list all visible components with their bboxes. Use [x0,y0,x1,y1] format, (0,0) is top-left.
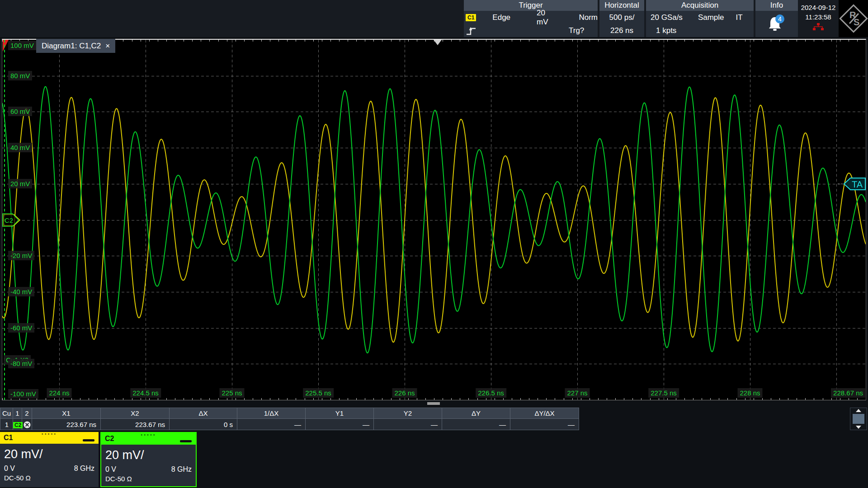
scroll-down-icon[interactable] [856,426,861,429]
channel-c1-offset: 0 V [4,465,15,473]
network-icon [812,23,824,31]
tab-close-icon[interactable]: × [105,42,110,51]
y-axis-label: 100 mV [8,41,36,50]
channel-c2-scale: 20 mV/ [105,448,196,462]
info-section[interactable]: Info 4 [755,0,798,37]
acquisition-interpolation: IT [736,13,743,22]
trigger-section[interactable]: Trigger C1 Edge 20 mV Norm Trg? [464,0,598,37]
trigger-section-title: Trigger [464,0,598,11]
cursor-results-table: Cu 1 2 X1 X2 ΔX 1/ΔX Y1 Y2 ΔY ΔY/ΔX 1 C2… [0,408,579,430]
trigger-level-flag[interactable]: TA [838,176,866,192]
diagram-tab-label: Diagram1: C1,C2 [42,42,101,51]
table-scrollbar[interactable] [850,408,867,430]
horizontal-position: 226 ns [610,26,633,35]
cursor-disable-icon[interactable] [22,419,32,430]
cursor-invdx-value: — [237,419,306,430]
svg-text:S: S [854,17,859,27]
cursor-table-header-row: Cu 1 2 X1 X2 ΔX 1/ΔX Y1 Y2 ΔY ΔY/ΔX [0,408,579,419]
cursor-dydx-value: — [510,419,579,430]
cursor-source-badge[interactable]: C2 [13,422,23,428]
trigger-type: Edge [492,13,510,22]
svg-text:TA: TA [852,179,863,189]
x-axis-label: 227.5 ns [648,388,679,398]
channel-c2-coupling: DC-50 Ω [105,475,192,483]
trigger-state: Trg? [569,26,584,35]
x-axis-label: 228.67 ns [831,388,865,398]
y-axis-label: 60 mV [8,107,32,116]
acquisition-section-title: Acquisition [646,0,754,11]
cursor-y1-value: — [306,419,374,430]
x-axis-label: 227 ns [565,388,590,398]
cursor-x2-value: 223.67 ns [101,419,170,430]
channel-box-c1[interactable]: C1 ••••• 20 mV/ 0 V 8 GHz DC-50 Ω [0,432,99,487]
channel-c2-offset: 0 V [105,465,116,474]
trigger-source-badge: C1 [466,14,476,21]
y-axis-label: -100 mV [8,389,38,399]
scroll-thumb[interactable] [853,414,864,424]
info-badge: 4 [775,14,784,23]
waveform-canvas[interactable] [2,40,866,400]
y-axis-label: 20 mV [8,179,32,188]
drag-handle-dots[interactable]: ••••• [141,433,156,436]
x-axis-label: 225 ns [220,388,245,398]
cursor-index: 1 [0,419,13,430]
y-axis-label: -80 mV [8,359,34,368]
info-section-title: Info [755,0,798,11]
acquisition-sample-rate: 20 GSa/s [651,13,683,22]
clock-section[interactable]: 2024-09-12 11:23:58 [798,0,839,37]
y-axis-label: -40 mV [8,287,34,296]
svg-text:C2: C2 [5,216,13,224]
cursor-dy-value: — [442,419,510,430]
rising-edge-icon [466,25,477,36]
x-axis-label: 228 ns [738,388,763,398]
x-axis-label: 224 ns [47,388,72,398]
minimize-handle[interactable] [180,440,192,442]
cursor-table-value-row[interactable]: 1 C2 223.67 ns 223.67 ns 0 s — — — — — [0,419,579,430]
horizontal-section-title: Horizontal [599,0,644,11]
horizontal-scroll-thumb[interactable] [427,402,440,405]
drag-handle-dots[interactable]: ••••• [42,432,57,435]
channel-box-c2[interactable]: C2 ••••• 20 mV/ 0 V 8 GHz DC-50 Ω [100,432,197,487]
logo-box: R S [839,0,868,37]
rs-logo-icon: R S [839,0,868,37]
cursor-y2-value: — [374,419,442,430]
channel-c2-header[interactable]: C2 ••••• [101,433,196,445]
channel-c2-name: C2 [105,435,114,443]
y-axis-label: 40 mV [8,143,32,152]
scroll-up-icon[interactable] [856,409,861,412]
diagram-tab[interactable]: Diagram1: C1,C2 × [36,39,115,53]
trigger-mode: Norm [579,13,598,22]
trigger-position-marker[interactable] [434,40,442,45]
horizontal-section[interactable]: Horizontal 500 ps/ 226 ns [599,0,644,37]
channel-offset-markers[interactable]: C2 [2,212,26,228]
channel-c1-header[interactable]: C1 ••••• [0,432,99,444]
channel-c1-name: C1 [4,434,13,442]
waveform-diagram[interactable]: C2 TA Cu1,X2 100 mV80 mV60 mV40 mV20 mV-… [2,39,866,400]
acquisition-mode: Sample [698,13,724,22]
minimize-handle[interactable] [83,439,94,441]
date-label: 2024-09-12 [798,4,839,11]
time-label: 11:23:58 [798,13,839,21]
x-axis-label: 226.5 ns [476,388,506,398]
channel-c2-bandwidth: 8 GHz [171,465,192,474]
y-axis-label: -20 mV [8,251,34,260]
y-axis-label: 80 mV [8,71,32,80]
y-axis-label: -60 mV [8,323,34,333]
x-axis-label: 225.5 ns [303,388,334,398]
x-axis-label: 224.5 ns [130,388,161,398]
channel-c1-scale: 20 mV/ [4,447,99,461]
x-axis-label: 226 ns [392,388,417,398]
cursor-dx-value: 0 s [170,419,237,430]
channel-c1-coupling: DC-50 Ω [4,474,94,482]
acquisition-section[interactable]: Acquisition 20 GSa/s Sample IT 1 kpts [646,0,754,37]
horizontal-scale: 500 ps/ [609,13,635,22]
acquisition-record-length: 1 kpts [656,26,676,35]
top-toolbar: Trigger C1 Edge 20 mV Norm Trg? Horizont… [0,0,868,37]
cursor-x1-value: 223.67 ns [32,419,101,430]
channel-c1-bandwidth: 8 GHz [74,465,94,473]
